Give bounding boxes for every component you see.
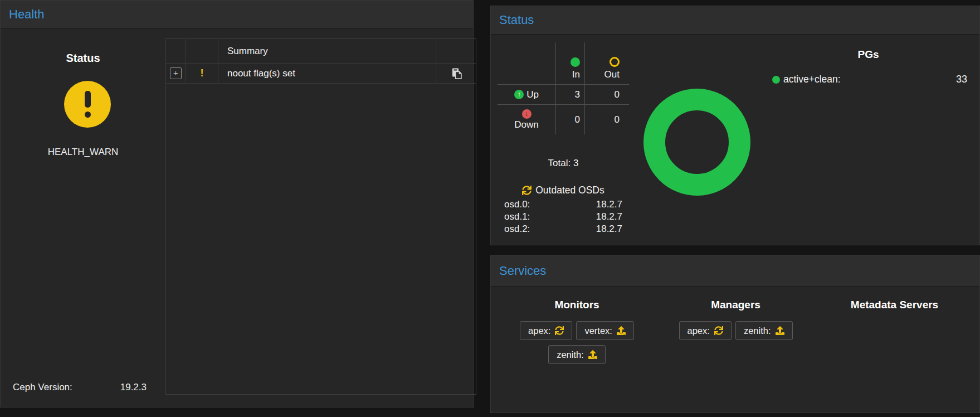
outdated-osds-title: Outdated OSDs [498, 185, 629, 196]
health-panel-header: Health [1, 1, 473, 29]
pgs-legend-label: active+clean: [783, 74, 841, 85]
outdated-osd-item: osd.0: 18.2.7 [504, 199, 622, 210]
monitor-vertex-button[interactable]: vertex: [576, 321, 634, 340]
osd-name: osd.1: [504, 211, 530, 222]
monitor-apex-button[interactable]: apex: [520, 321, 572, 340]
table-header-cell [166, 39, 186, 64]
health-warning-icon [64, 81, 111, 128]
osd-row-up-label: Up [526, 89, 539, 100]
health-summary-table: Summary + ! noout flag(s) set [165, 38, 476, 395]
osd-col-out-label: Out [604, 69, 620, 80]
copy-button[interactable] [450, 67, 463, 80]
row-action-cell [436, 64, 476, 84]
osd-up-in-count: 3 [555, 84, 584, 104]
arrow-circle-up-icon: ↑ [514, 90, 524, 99]
copy-icon [450, 67, 462, 80]
green-dot-icon [571, 57, 580, 67]
ceph-version: Ceph Version: 19.2.3 [13, 382, 147, 393]
osd-version: 18.2.7 [596, 199, 622, 210]
summary-column-header[interactable]: Summary [218, 39, 436, 64]
pgs-title: PGs [769, 49, 967, 61]
services-column-managers: Managers apex: zenith: [656, 286, 815, 340]
table-header-cell [436, 39, 476, 64]
upload-icon [617, 326, 626, 335]
exclamation-bar [85, 91, 91, 108]
status-panel-title: Status [491, 13, 534, 27]
table-row[interactable]: noout flag(s) set [218, 64, 436, 84]
expand-row-button[interactable]: + [170, 67, 182, 79]
status-panel: Status In Out ↑ Up 3 0 ↓ Down 0 [490, 6, 980, 245]
osd-col-out: Out [584, 42, 629, 84]
osd-row-up: ↑ Up [498, 84, 555, 104]
health-status-heading: Status [1, 52, 165, 65]
health-status-text: HEALTH_WARN [1, 147, 165, 158]
osd-version: 18.2.7 [596, 211, 622, 222]
monitor-zenith-button[interactable]: zenith: [548, 345, 606, 364]
warning-exclamation-icon: ! [186, 67, 218, 79]
osd-total: Total: 3 [498, 158, 629, 169]
green-dot-icon [772, 76, 780, 84]
osd-row-down: ↓ Down [498, 104, 555, 134]
osd-name: osd.2: [504, 224, 530, 235]
upload-icon [776, 326, 784, 335]
health-panel-title: Health [1, 7, 45, 22]
monitors-button-row: zenith: [498, 345, 656, 364]
services-panel: Services Monitors apex: vertex: zenith: [490, 255, 980, 413]
managers-heading: Managers [656, 299, 815, 311]
yellow-ring-icon [610, 57, 620, 67]
osd-row-down-label: Down [514, 119, 538, 130]
osd-state-table: In Out ↑ Up 3 0 ↓ Down 0 0 [498, 42, 629, 134]
status-panel-header: Status [491, 6, 979, 35]
ceph-version-label: Ceph Version: [13, 382, 72, 393]
sync-icon [714, 326, 723, 335]
osd-col-in: In [555, 42, 584, 84]
osd-up-out-count: 0 [584, 84, 629, 104]
services-column-metadata-servers: Metadata Servers [815, 286, 974, 311]
health-panel: Health Status HEALTH_WARN Ceph Version: … [0, 0, 474, 408]
upload-icon [588, 350, 597, 359]
outdated-osd-item: osd.2: 18.2.7 [504, 224, 622, 235]
outdated-osds-label: Outdated OSDs [535, 185, 604, 196]
osd-name: osd.0: [504, 199, 530, 210]
arrow-circle-down-icon: ↓ [522, 109, 532, 119]
metadata-servers-heading: Metadata Servers [815, 299, 974, 311]
table-header-cell [186, 39, 218, 64]
osd-col-in-label: In [572, 69, 580, 80]
exclamation-dot [85, 111, 91, 118]
row-severity-cell: ! [186, 64, 218, 84]
ceph-dashboard: Health Status HEALTH_WARN Ceph Version: … [0, 0, 980, 417]
monitors-button-row: apex: vertex: [498, 321, 656, 340]
row-expand-cell: + [166, 64, 186, 84]
osd-table-corner [498, 42, 555, 84]
outdated-osd-item: osd.1: 18.2.7 [504, 211, 622, 222]
managers-button-row: apex: zenith: [656, 321, 815, 340]
osd-down-in-count: 0 [555, 104, 584, 134]
pgs-legend-item: active+clean: 33 [772, 74, 967, 85]
manager-apex-button[interactable]: apex: [679, 321, 732, 340]
services-panel-title: Services [491, 264, 546, 278]
osd-version: 18.2.7 [596, 224, 622, 235]
manager-zenith-button[interactable]: zenith: [735, 321, 793, 340]
monitors-heading: Monitors [498, 299, 656, 311]
services-panel-header: Services [491, 256, 979, 287]
sync-icon [522, 186, 532, 195]
pgs-donut-chart [643, 89, 750, 196]
ceph-version-value: 19.2.3 [120, 382, 147, 393]
sync-icon [555, 326, 564, 335]
row-summary-text: noout flag(s) set [218, 68, 295, 79]
osd-down-out-count: 0 [584, 104, 629, 134]
services-column-monitors: Monitors apex: vertex: zenith: [498, 286, 656, 364]
pgs-legend-value: 33 [956, 74, 967, 85]
